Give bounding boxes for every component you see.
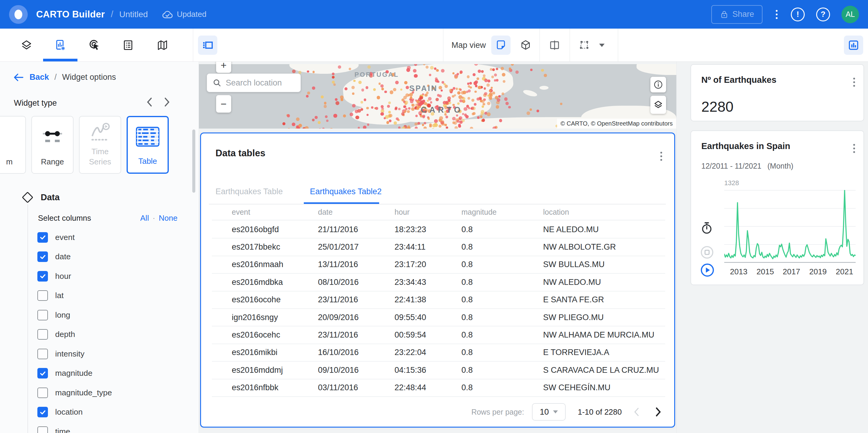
column-label: magnitude bbox=[55, 369, 93, 378]
earthquake-dot bbox=[377, 96, 380, 99]
earthquake-dot bbox=[482, 105, 484, 108]
selection-tool-caret[interactable] bbox=[599, 44, 604, 47]
earthquake-dot bbox=[497, 98, 500, 102]
checkbox-depth[interactable] bbox=[37, 329, 48, 340]
table-row[interactable]: es2017bbekc25/01/201723:44:110.8NW ALBOL… bbox=[212, 238, 665, 256]
interactions-tab[interactable] bbox=[85, 36, 104, 55]
checkbox-location[interactable] bbox=[37, 407, 48, 417]
back-link[interactable]: Back bbox=[30, 73, 49, 82]
tab-earthquakes-table[interactable]: Earthquakes Table bbox=[216, 187, 283, 196]
column-header-location[interactable]: location bbox=[543, 208, 665, 216]
column-row-lat[interactable]: lat bbox=[0, 286, 198, 306]
alerts-button[interactable]: ! bbox=[791, 7, 805, 21]
checkbox-lat[interactable] bbox=[37, 290, 48, 301]
column-row-hour[interactable]: hour bbox=[0, 266, 198, 286]
table-row[interactable]: es2016mddmj09/10/201604:15:360.8S CARAVA… bbox=[212, 362, 665, 379]
widget-type-next-button[interactable] bbox=[160, 95, 174, 109]
header-more-menu[interactable] bbox=[774, 7, 779, 22]
next-page-button[interactable] bbox=[651, 405, 665, 419]
map-info-button[interactable] bbox=[650, 77, 666, 93]
checkbox-intensity[interactable] bbox=[37, 349, 48, 359]
checkbox-magnitude_type[interactable] bbox=[37, 388, 48, 398]
select-none-link[interactable]: None bbox=[159, 213, 178, 223]
help-button[interactable]: ? bbox=[816, 7, 830, 21]
column-row-location[interactable]: location bbox=[0, 403, 198, 422]
table-row[interactable]: es2016obgfd21/11/201618:23:230.8NE ALEDO… bbox=[212, 221, 665, 238]
widget-type-card-partial[interactable]: m bbox=[0, 116, 26, 174]
split-view-button[interactable] bbox=[545, 36, 564, 55]
table-row[interactable]: ign2016sngy20/09/201609:55:400.8SW PLIEG… bbox=[212, 309, 665, 326]
table-cell: 0.8 bbox=[461, 348, 543, 357]
share-button[interactable]: Share bbox=[711, 5, 763, 24]
table-row[interactable]: es2016nfbbk03/11/201622:48:440.8SW CEHEG… bbox=[212, 379, 665, 397]
earthquake-dot bbox=[453, 72, 455, 74]
earthquake-dot bbox=[456, 88, 458, 90]
column-header-magnitude[interactable]: magnitude bbox=[461, 208, 543, 216]
user-avatar[interactable]: AL bbox=[841, 6, 859, 23]
zoom-out-button[interactable]: − bbox=[216, 95, 231, 112]
checkbox-event[interactable] bbox=[37, 232, 48, 243]
legend-tab[interactable] bbox=[119, 36, 138, 55]
widget-type-prev-button[interactable] bbox=[143, 95, 156, 109]
column-row-magnitude[interactable]: magnitude bbox=[0, 364, 198, 383]
rows-per-page-select[interactable]: 10 bbox=[532, 403, 566, 421]
document-title[interactable]: Untitled bbox=[119, 10, 148, 19]
table-row[interactable]: es2016nmaah13/11/201623:17:200.8SW BULLA… bbox=[212, 256, 665, 274]
column-row-event[interactable]: event bbox=[0, 228, 198, 247]
frames-panel-toggle[interactable] bbox=[198, 36, 217, 55]
basemap-selector-button[interactable] bbox=[650, 96, 666, 114]
table-cell: es2016nmaah bbox=[232, 260, 318, 269]
x-tick-label: 2021 bbox=[836, 267, 853, 276]
column-row-long[interactable]: long bbox=[0, 305, 198, 325]
page-view-button[interactable] bbox=[491, 36, 510, 55]
table-cell: 23:34:43 bbox=[395, 278, 461, 287]
layers-tab[interactable] bbox=[17, 36, 36, 55]
table-row[interactable]: es2016ocehc23/11/201600:59:540.8NW ALHAM… bbox=[212, 326, 665, 344]
stop-animation-button[interactable] bbox=[700, 245, 714, 259]
back-arrow-icon[interactable] bbox=[13, 73, 24, 82]
previous-page-button[interactable] bbox=[629, 405, 644, 419]
widgets-panel-toggle[interactable] bbox=[844, 36, 863, 55]
select-all-link[interactable]: All bbox=[140, 213, 149, 223]
checkbox-hour[interactable] bbox=[37, 271, 48, 281]
time-series-menu[interactable] bbox=[851, 141, 857, 156]
table-row[interactable]: es2016mikbi16/10/201623:22:040.8E TORREV… bbox=[212, 344, 665, 362]
column-row-intensity[interactable]: intensity bbox=[0, 344, 198, 364]
widgets-tab[interactable] bbox=[51, 36, 70, 55]
table-cell: 13/11/2016 bbox=[318, 260, 395, 269]
panel-scrollbar[interactable] bbox=[192, 130, 195, 193]
table-row[interactable]: es2016ocohe23/11/201622:41:380.8E SANTA … bbox=[212, 292, 665, 309]
widget-type-card-table[interactable]: Table bbox=[127, 116, 169, 174]
play-animation-button[interactable] bbox=[700, 263, 715, 277]
earthquake-dot bbox=[333, 84, 336, 86]
spatial-selection-button[interactable] bbox=[574, 36, 593, 55]
rows-per-page-label: Rows per page: bbox=[471, 408, 524, 417]
basemap-tab[interactable] bbox=[153, 36, 172, 55]
column-row-depth[interactable]: depth bbox=[0, 325, 198, 344]
checkbox-date[interactable] bbox=[37, 252, 48, 262]
column-row-date[interactable]: date bbox=[0, 247, 198, 267]
checkbox-magnitude[interactable] bbox=[37, 368, 48, 378]
earthquake-dot bbox=[398, 127, 401, 129]
column-row-magnitude_type[interactable]: magnitude_type bbox=[0, 383, 198, 403]
checkbox-long[interactable] bbox=[37, 310, 48, 321]
column-label: lat bbox=[55, 291, 64, 300]
data-tables-menu[interactable] bbox=[658, 149, 664, 164]
table-row[interactable]: es2016mdbka08/10/201623:34:430.8NW ALEDO… bbox=[212, 274, 665, 291]
widget-type-card-range[interactable]: Range bbox=[31, 116, 73, 174]
earthquake-dot bbox=[366, 86, 369, 89]
column-header-hour[interactable]: hour bbox=[395, 208, 461, 216]
column-row-time[interactable]: time bbox=[0, 422, 198, 433]
checkbox-time[interactable] bbox=[37, 426, 48, 433]
search-location-box[interactable]: Search location bbox=[207, 73, 301, 92]
time-series-chart[interactable] bbox=[724, 190, 856, 263]
table-cell: 0.8 bbox=[461, 366, 543, 375]
lock-icon bbox=[720, 10, 729, 19]
column-header-date[interactable]: date bbox=[318, 208, 395, 216]
formula-widget-menu[interactable] bbox=[851, 75, 857, 90]
widget-type-card-time-series[interactable]: Time Series bbox=[79, 116, 121, 174]
tab-earthquakes-table2[interactable]: Earthquakes Table2 bbox=[310, 187, 381, 196]
column-header-event[interactable]: event bbox=[232, 208, 318, 216]
earthquake-dot bbox=[490, 68, 493, 71]
cube-3d-button[interactable] bbox=[516, 36, 535, 55]
